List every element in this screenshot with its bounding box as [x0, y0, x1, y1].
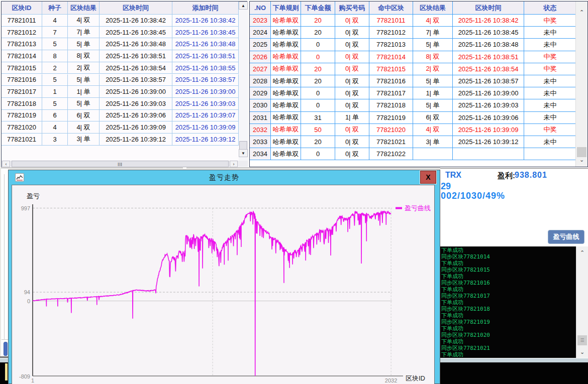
console-scrollbar[interactable]: ⌃ ☰ ⌄ — [576, 246, 588, 358]
table-cell[interactable]: 77821018 — [369, 99, 413, 111]
table-cell[interactable]: 77821012 — [369, 27, 413, 39]
table-cell[interactable]: 2025-11-26 10:39:00 — [100, 86, 172, 98]
table-cell[interactable]: 77821015 — [2, 62, 42, 74]
table-cell[interactable]: 2025-11-26 10:38:42 — [172, 15, 239, 27]
table-cell[interactable]: 0 — [301, 148, 335, 160]
column-header[interactable]: 下单金额 — [301, 2, 335, 15]
table-cell[interactable]: 2028 — [250, 75, 271, 87]
table-cell[interactable]: 4| 双 — [413, 124, 453, 136]
column-header[interactable]: 购买号码 — [335, 2, 369, 15]
scroll-up-button[interactable]: ⌃ — [576, 8, 587, 17]
table-cell[interactable]: 2025-11-26 10:39:12 — [100, 134, 172, 146]
table-cell[interactable]: 77821015 — [369, 63, 413, 75]
table-cell[interactable]: 1| 单 — [335, 112, 369, 124]
table-cell[interactable]: 2023 — [250, 15, 271, 27]
table-cell[interactable]: 5| 单 — [68, 74, 100, 86]
table-cell[interactable]: 0 — [301, 39, 335, 51]
table-cell[interactable]: 2025-11-26 10:38:54 — [453, 63, 524, 75]
table-cell[interactable]: 2025-11-26 10:39:12 — [453, 136, 524, 148]
table-cell[interactable]: 2025-11-26 10:39:06 — [453, 112, 524, 124]
table-cell[interactable]: 中奖 — [524, 63, 576, 75]
table-cell[interactable]: 哈希单双 — [271, 99, 301, 111]
table-cell[interactable]: 2029 — [250, 87, 271, 99]
table-cell[interactable]: 77821013 — [369, 39, 413, 51]
table-cell[interactable] — [413, 148, 453, 160]
table-cell[interactable]: 中奖 — [524, 51, 576, 63]
table-cell[interactable]: 0| 双 — [335, 87, 369, 99]
table-cell[interactable]: 2 — [42, 62, 68, 74]
table-cell[interactable]: 4| 双 — [68, 121, 100, 134]
window-close-button[interactable]: X — [420, 171, 436, 184]
column-header[interactable]: 区块时间 — [100, 2, 172, 15]
table-cell[interactable]: 2025-11-26 10:38:45 — [172, 27, 239, 39]
table-cell[interactable]: 2025-11-26 10:38:51 — [172, 50, 239, 62]
table-cell[interactable]: 77821011 — [2, 15, 42, 27]
table-cell[interactable]: 2025-11-26 10:38:57 — [453, 75, 524, 87]
hidden-action-button[interactable] — [4, 342, 8, 356]
table-cell[interactable]: 5| 单 — [68, 98, 100, 110]
table-cell[interactable]: 0| 双 — [335, 63, 369, 75]
table-cell[interactable]: 0| 双 — [335, 99, 369, 111]
table-cell[interactable]: 2025-11-26 10:39:06 — [100, 110, 172, 122]
table-cell[interactable]: 5| 单 — [68, 38, 100, 50]
table-cell[interactable]: 2024 — [250, 27, 271, 39]
table-cell[interactable]: 77821012 — [2, 27, 42, 39]
table-cell[interactable]: 2025-11-26 10:39:09 — [453, 124, 524, 136]
table-cell[interactable]: 4 — [42, 121, 68, 134]
table-cell[interactable]: 77821016 — [2, 74, 42, 86]
table-cell[interactable]: 2025-11-26 10:39:00 — [172, 86, 239, 98]
table-cell[interactable]: 2034 — [250, 148, 271, 160]
table-cell[interactable]: 0| 双 — [335, 75, 369, 87]
table-cell[interactable]: 0 — [301, 99, 335, 111]
table-cell[interactable]: 哈希单双 — [271, 87, 301, 99]
table-cell[interactable]: 2025-11-26 10:38:54 — [100, 62, 172, 74]
table-cell[interactable]: 8| 双 — [68, 50, 100, 62]
table-cell[interactable]: 2025-11-26 10:39:00 — [453, 87, 524, 99]
table-cell[interactable]: 2025-11-26 10:39:03 — [100, 98, 172, 110]
table-cell[interactable]: 5 — [42, 38, 68, 50]
table-cell[interactable]: 20 — [301, 75, 335, 87]
block-table-vertical-scrollbar[interactable]: ▲ ▼ — [239, 2, 248, 161]
table-cell[interactable]: 6| 双 — [68, 110, 100, 122]
table-cell[interactable]: 0| 双 — [335, 15, 369, 27]
table-cell[interactable]: 未中 — [524, 75, 576, 87]
scroll-right-button[interactable]: › — [230, 161, 238, 167]
column-header[interactable]: .NO — [250, 2, 271, 15]
table-cell[interactable]: 77821018 — [2, 98, 42, 110]
table-cell[interactable]: 2025-11-26 10:38:45 — [100, 27, 172, 39]
table-cell[interactable]: 0| 双 — [335, 39, 369, 51]
table-cell[interactable]: 中奖 — [524, 124, 576, 136]
table-cell[interactable]: 哈希单双 — [271, 27, 301, 39]
table-cell[interactable]: 2025-11-26 10:38:57 — [100, 74, 172, 86]
table-cell[interactable]: 中奖 — [524, 15, 576, 27]
table-cell[interactable]: 0| 双 — [335, 124, 369, 136]
scroll-down-button[interactable]: ▼ — [239, 149, 248, 157]
table-cell[interactable]: 哈希单双 — [271, 124, 301, 136]
table-cell[interactable]: 2025-11-26 10:39:09 — [172, 121, 239, 134]
table-cell[interactable]: 2033 — [250, 136, 271, 148]
column-header[interactable]: 状态 — [524, 2, 576, 15]
table-cell[interactable]: 哈希单双 — [271, 75, 301, 87]
scroll-down-button[interactable]: ⌄ — [576, 155, 587, 164]
table-cell[interactable]: 77821022 — [369, 148, 413, 160]
table-cell[interactable] — [453, 148, 524, 160]
table-cell[interactable]: 2025-11-26 10:38:48 — [453, 39, 524, 51]
column-header[interactable]: 区块结果 — [68, 2, 100, 15]
table-cell[interactable]: 0| 双 — [335, 136, 369, 148]
table-cell[interactable]: 未中 — [524, 87, 576, 99]
table-cell[interactable]: 2026 — [250, 51, 271, 63]
column-header[interactable]: 命中区块 — [369, 2, 413, 15]
table-cell[interactable]: 0 — [301, 87, 335, 99]
table-cell[interactable]: 2| 双 — [68, 62, 100, 74]
table-cell[interactable]: 哈希单双 — [271, 148, 301, 160]
table-cell[interactable]: 0 — [301, 51, 335, 63]
column-header[interactable]: 区块时间 — [453, 2, 524, 15]
table-cell[interactable]: 2027 — [250, 63, 271, 75]
table-cell[interactable]: 2025-11-26 10:38:48 — [172, 38, 239, 50]
table-cell[interactable]: 77821014 — [2, 50, 42, 62]
table-cell[interactable]: 2031 — [250, 112, 271, 124]
table-cell[interactable]: 哈希单双 — [271, 63, 301, 75]
table-cell[interactable]: 2025-11-26 10:38:51 — [100, 50, 172, 62]
table-cell[interactable]: 77821016 — [369, 75, 413, 87]
table-cell[interactable]: 7| 单 — [413, 27, 453, 39]
